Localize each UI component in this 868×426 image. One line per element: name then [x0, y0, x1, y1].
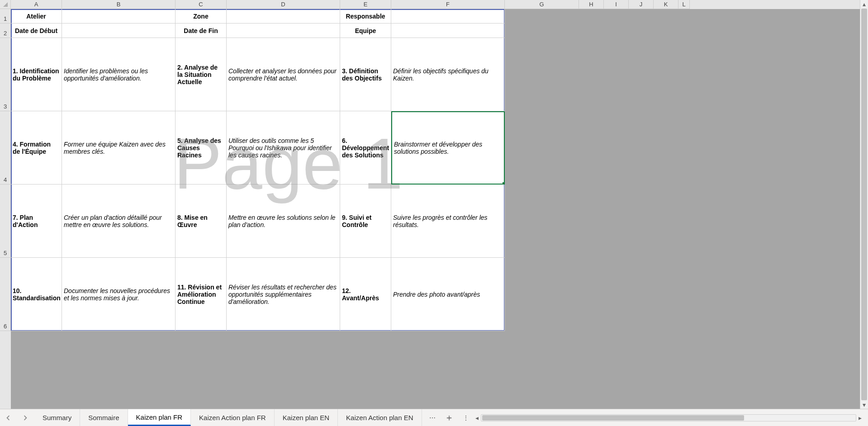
row-header-2[interactable]: 2	[0, 24, 11, 38]
cell-D1[interactable]	[227, 9, 340, 24]
cell-F2[interactable]	[391, 24, 505, 38]
cell-B2[interactable]	[62, 24, 175, 38]
tab-overflow-icon[interactable]: ⋯	[429, 414, 436, 421]
cell-E1[interactable]: Responsable	[340, 9, 391, 24]
cell-A3[interactable]: 1. Identification du Problème	[11, 38, 62, 111]
cell-E2[interactable]: Equipe	[340, 24, 391, 38]
row-header-5[interactable]: 5	[0, 185, 11, 258]
column-header-G[interactable]: G	[505, 0, 579, 9]
column-header-C[interactable]: C	[175, 0, 227, 9]
cell-B6[interactable]: Documenter les nouvelles procédures et l…	[62, 258, 175, 331]
vertical-scrollbar[interactable]: ▴ ▾	[860, 0, 868, 409]
row-header-4[interactable]: 4	[0, 111, 11, 185]
cell-C5[interactable]: 8. Mise en Œuvre	[175, 185, 227, 258]
scroll-up-icon[interactable]: ▴	[860, 0, 868, 8]
cell-A4[interactable]: 4. Formation de l'Équipe	[11, 111, 62, 185]
cell-F6[interactable]: Prendre des photo avant/après	[391, 258, 505, 331]
sheet-tab[interactable]: Summary	[34, 409, 80, 426]
cell-C4[interactable]: 5. Analyse des Causes Racines	[175, 111, 227, 185]
cell-E4[interactable]: 6. Développement des Solutions	[340, 111, 391, 185]
row-headers: 123456	[0, 9, 11, 409]
column-header-A[interactable]: A	[11, 0, 62, 9]
vertical-scroll-thumb[interactable]	[861, 9, 867, 400]
cell-B3[interactable]: Identifier les problèmes ou les opportun…	[62, 38, 175, 111]
select-all-corner[interactable]	[0, 0, 11, 9]
cell-C6[interactable]: 11. Révision et Amélioration Continue	[175, 258, 227, 331]
cell-B4[interactable]: Former une équipe Kaizen avec des membre…	[62, 111, 175, 185]
cell-B1[interactable]	[62, 9, 175, 24]
column-header-E[interactable]: E	[340, 0, 391, 9]
column-header-B[interactable]: B	[62, 0, 175, 9]
cell-F3[interactable]: Définir les objectifs spécifiques du Kai…	[391, 38, 505, 111]
sheet-tab[interactable]: Kaizen Action plan EN	[338, 409, 422, 426]
cell-E5[interactable]: 9. Suivi et Contrôle	[340, 185, 391, 258]
cell-C2[interactable]: Date de Fin	[175, 24, 227, 38]
scroll-left-icon[interactable]: ◂	[474, 414, 481, 421]
scroll-right-icon[interactable]: ▸	[856, 414, 863, 421]
cell-D6[interactable]: Réviser les résultats et rechercher des …	[227, 258, 340, 331]
cell-B5[interactable]: Créer un plan d'action détaillé pour met…	[62, 185, 175, 258]
row-header-3[interactable]: 3	[0, 38, 11, 111]
sheet-tab-bar: SummarySommaireKaizen plan FRKaizen Acti…	[0, 409, 868, 426]
cell-A2[interactable]: Date de Début	[11, 24, 62, 38]
cell-A1[interactable]: Atelier	[11, 9, 62, 24]
column-header-H[interactable]: H	[579, 0, 604, 9]
cell-F4[interactable]: Brainstormer et développer des solutions…	[391, 111, 505, 185]
tab-menu-icon[interactable]: ⋮	[463, 414, 469, 421]
column-header-D[interactable]: D	[227, 0, 340, 9]
sheet-tab[interactable]: Sommaire	[80, 409, 128, 426]
horizontal-scroll-thumb[interactable]	[482, 415, 745, 421]
cell-E3[interactable]: 3. Définition des Objectifs	[340, 38, 391, 111]
cell-C3[interactable]: 2. Analyse de la Situation Actuelle	[175, 38, 227, 111]
cell-A5[interactable]: 7. Plan d'Action	[11, 185, 62, 258]
column-header-K[interactable]: K	[654, 0, 678, 9]
column-header-F[interactable]: F	[391, 0, 505, 9]
cell-D3[interactable]: Collecter et analyser les données pour c…	[227, 38, 340, 111]
sheet-tab[interactable]: Kaizen plan FR	[128, 409, 191, 426]
add-sheet-icon[interactable]: ＋	[445, 412, 454, 424]
cell-C1[interactable]: Zone	[175, 9, 227, 24]
sheet-tabs: SummarySommaireKaizen plan FRKaizen Acti…	[34, 409, 422, 426]
sheet-tab[interactable]: Kaizen Action plan FR	[191, 409, 275, 426]
scroll-down-icon[interactable]: ▾	[860, 401, 868, 409]
tab-nav-prev-icon[interactable]	[5, 415, 12, 421]
column-header-I[interactable]: I	[604, 0, 629, 9]
column-header-J[interactable]: J	[629, 0, 654, 9]
tab-nav-next-icon[interactable]	[23, 415, 29, 421]
cell-E6[interactable]: 12. Avant/Après	[340, 258, 391, 331]
sheet-tab[interactable]: Kaizen plan EN	[275, 409, 338, 426]
cell-D5[interactable]: Mettre en œuvre les solutions selon le p…	[227, 185, 340, 258]
column-headers: ABCDEFGHIJKL	[11, 0, 860, 9]
column-header-L[interactable]: L	[678, 0, 690, 9]
row-header-1[interactable]: 1	[0, 9, 11, 24]
spreadsheet-grid[interactable]: AtelierZoneResponsableDate de DébutDate …	[11, 9, 860, 409]
fill-handle[interactable]	[503, 182, 505, 185]
cell-D4[interactable]: Utiliser des outils comme les 5 Pourquoi…	[227, 111, 340, 185]
cell-F1[interactable]	[391, 9, 505, 24]
cell-F5[interactable]: Suivre les progrès et contrôler les résu…	[391, 185, 505, 258]
cell-A6[interactable]: 10. Standardisation	[11, 258, 62, 331]
horizontal-scrollbar[interactable]: ◂ ▸	[469, 414, 868, 421]
row-header-6[interactable]: 6	[0, 258, 11, 331]
cell-D2[interactable]	[227, 24, 340, 38]
